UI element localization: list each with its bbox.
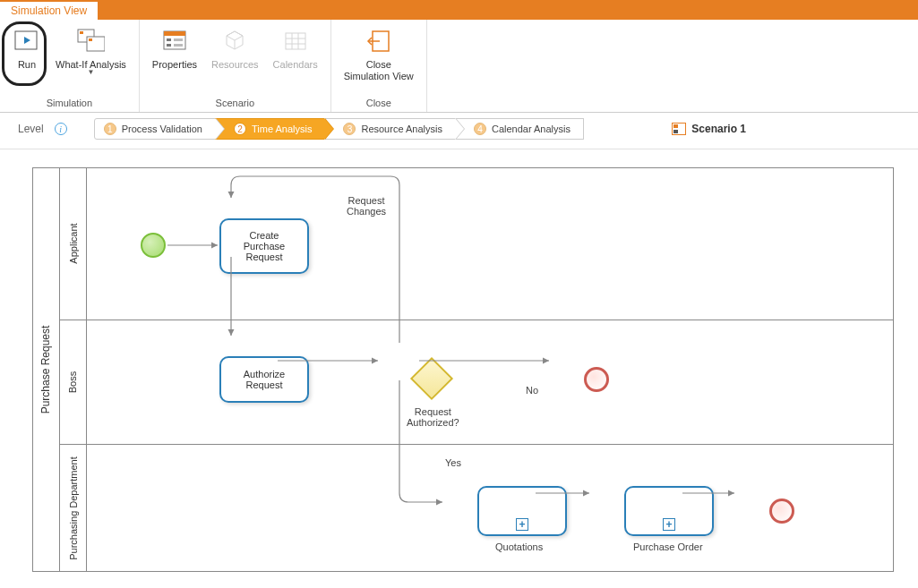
level-label: Level bbox=[18, 123, 44, 135]
label-quotations: Quotations bbox=[495, 541, 543, 552]
resources-label: Resources bbox=[211, 59, 259, 70]
calendar-icon bbox=[281, 27, 310, 55]
step-process-validation[interactable]: 1Process Validation bbox=[94, 118, 216, 140]
lane-purchasing[interactable]: Purchasing Department Yes + Quotations +… bbox=[60, 445, 893, 571]
expand-icon: + bbox=[516, 518, 528, 531]
chevron-down-icon: ▼ bbox=[87, 68, 94, 76]
whatif-button[interactable]: What-If Analysis ▼ bbox=[48, 23, 133, 96]
pool-purchase-request[interactable]: Purchase Request Applicant Create Purcha… bbox=[32, 167, 894, 572]
svg-rect-9 bbox=[174, 38, 183, 41]
label-no: No bbox=[526, 385, 538, 396]
lane-title-boss: Boss bbox=[60, 320, 87, 445]
svg-rect-5 bbox=[89, 38, 92, 41]
close-simulation-button[interactable]: Close Simulation View bbox=[337, 23, 421, 96]
run-button[interactable]: Run bbox=[5, 23, 48, 96]
ribbon-group-scenario: Properties Resources Calendars Scenario bbox=[140, 20, 331, 112]
scenario-icon bbox=[672, 123, 686, 135]
subprocess-purchase-order[interactable]: + bbox=[624, 486, 714, 536]
ribbon: Run What-If Analysis ▼ Simulation Proper… bbox=[0, 20, 918, 113]
lane-title-purchasing: Purchasing Department bbox=[60, 445, 87, 571]
lane-title-applicant: Applicant bbox=[60, 168, 87, 320]
svg-rect-8 bbox=[167, 38, 171, 41]
ribbon-group-label-simulation: Simulation bbox=[5, 96, 133, 112]
end-event-done[interactable] bbox=[769, 499, 794, 524]
calendars-label: Calendars bbox=[273, 59, 318, 70]
run-label: Run bbox=[18, 59, 36, 70]
info-icon[interactable]: i bbox=[55, 123, 67, 135]
svg-marker-13 bbox=[227, 31, 243, 40]
label-yes: Yes bbox=[445, 457, 461, 468]
whatif-icon bbox=[76, 27, 105, 55]
resources-icon bbox=[220, 27, 249, 55]
close-icon bbox=[365, 27, 393, 55]
properties-label: Properties bbox=[152, 59, 197, 70]
subprocess-quotations[interactable]: + bbox=[477, 486, 567, 536]
pool-title: Purchase Request bbox=[33, 168, 60, 571]
ribbon-group-simulation: Run What-If Analysis ▼ Simulation bbox=[0, 20, 140, 112]
close-label: Close Simulation View bbox=[344, 59, 414, 82]
gateway-request-authorized[interactable] bbox=[410, 357, 453, 400]
svg-rect-7 bbox=[164, 31, 185, 36]
end-event-rejected[interactable] bbox=[584, 367, 609, 392]
svg-rect-15 bbox=[286, 33, 305, 49]
tab-simulation-view[interactable]: Simulation View bbox=[0, 0, 98, 20]
level-bar: Level i 1Process Validation 2Time Analys… bbox=[0, 113, 918, 149]
expand-icon: + bbox=[663, 518, 675, 531]
scenario-indicator: Scenario 1 bbox=[672, 123, 907, 135]
svg-rect-3 bbox=[80, 31, 83, 34]
level-steps: 1Process Validation 2Time Analysis 3Reso… bbox=[94, 118, 584, 140]
ribbon-group-label-close: Close bbox=[337, 96, 421, 112]
svg-rect-11 bbox=[174, 44, 183, 47]
step-resource-analysis[interactable]: 3Resource Analysis bbox=[324, 118, 456, 140]
step-time-analysis[interactable]: 2Time Analysis bbox=[215, 118, 325, 140]
lane-applicant[interactable]: Applicant Create Purchase Request Reques… bbox=[60, 168, 893, 320]
label-request-authorized: Request Authorized? bbox=[407, 406, 459, 428]
flows-lane1 bbox=[87, 168, 893, 320]
scenario-name: Scenario 1 bbox=[691, 123, 746, 135]
svg-rect-10 bbox=[167, 44, 171, 47]
task-create-purchase-request[interactable]: Create Purchase Request bbox=[219, 218, 309, 274]
lane-boss[interactable]: Boss Authorize Request Request Authorize… bbox=[60, 320, 893, 446]
properties-button[interactable]: Properties bbox=[145, 23, 204, 96]
resources-button: Resources bbox=[204, 23, 266, 96]
ribbon-tab-strip: Simulation View bbox=[0, 0, 918, 20]
step-calendar-analysis[interactable]: 4Calendar Analysis bbox=[455, 118, 584, 140]
start-event[interactable] bbox=[141, 233, 166, 258]
ribbon-group-label-scenario: Scenario bbox=[145, 96, 325, 112]
play-icon bbox=[13, 27, 41, 55]
calendars-button: Calendars bbox=[266, 23, 325, 96]
bpmn-canvas[interactable]: Purchase Request Applicant Create Purcha… bbox=[0, 149, 918, 572]
properties-icon bbox=[160, 27, 189, 55]
label-request-changes: Request Changes bbox=[347, 195, 386, 217]
ribbon-group-close: Close Simulation View Close bbox=[331, 20, 427, 112]
label-purchase-order: Purchase Order bbox=[633, 541, 703, 552]
task-authorize-request[interactable]: Authorize Request bbox=[219, 356, 309, 403]
